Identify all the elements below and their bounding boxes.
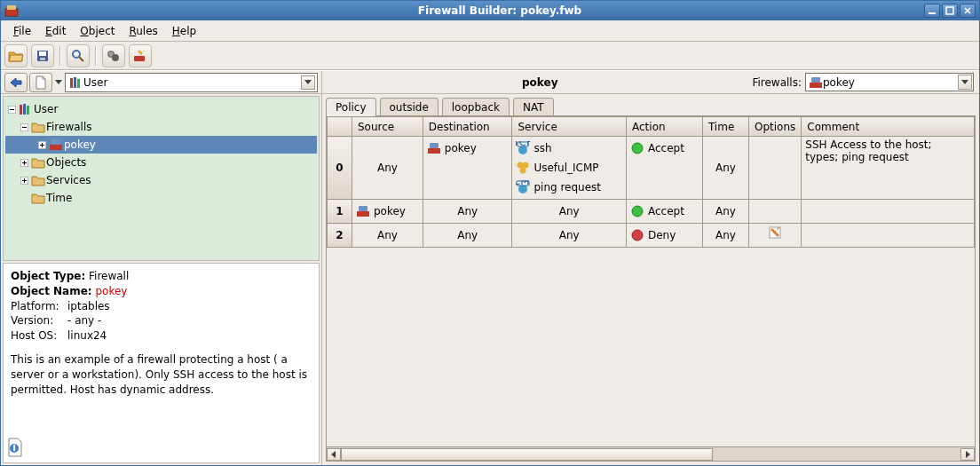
cell-time[interactable]: Any (702, 137, 748, 200)
maximize-button[interactable] (942, 4, 958, 18)
svg-point-56 (632, 230, 643, 241)
col-source[interactable]: Source (352, 117, 423, 137)
col-options[interactable]: Options (748, 117, 801, 137)
rule-row[interactable]: 2 Any Any Any Deny Any (328, 224, 975, 248)
rule-number[interactable]: 0 (328, 137, 352, 200)
cell-service[interactable]: Any (512, 224, 627, 248)
save-button[interactable] (31, 44, 54, 67)
cell-options[interactable] (748, 224, 801, 248)
firewall-icon (427, 141, 441, 155)
cell-time[interactable]: Any (702, 224, 748, 248)
object-details: Object Type: Firewall Object Name: pokey… (3, 263, 320, 463)
new-object-button[interactable] (29, 73, 52, 92)
install-button[interactable] (129, 44, 152, 67)
cell-action[interactable]: Deny (627, 224, 703, 248)
tree-firewalls[interactable]: Firewalls (5, 118, 317, 136)
cell-source[interactable]: pokey (352, 200, 423, 224)
tab-nat[interactable]: NAT (513, 98, 554, 116)
svg-point-55 (632, 206, 643, 217)
detail-description: This is an example of a firewall protect… (11, 352, 312, 397)
menu-object[interactable]: Object (73, 22, 122, 40)
rule-row[interactable]: 1 pokey Any Any Accept Any (328, 200, 975, 224)
scroll-right-button[interactable] (960, 448, 975, 461)
expander-icon[interactable] (5, 106, 18, 114)
tree-root[interactable]: User (5, 100, 317, 118)
close-button[interactable] (960, 4, 976, 18)
menubar: File Edit Object Rules Help (1, 20, 979, 42)
tree-label: pokey (64, 138, 96, 151)
menu-help[interactable]: Help (165, 22, 203, 40)
svg-rect-41 (428, 148, 440, 154)
cell-destination[interactable]: pokey (423, 137, 512, 200)
tree-label: Objects (46, 156, 86, 169)
tab-policy[interactable]: Policy (326, 98, 376, 116)
horizontal-scrollbar[interactable] (327, 446, 975, 461)
back-button[interactable] (4, 73, 28, 92)
cell-action[interactable]: Accept (627, 200, 703, 224)
col-time[interactable]: Time (702, 117, 748, 137)
scroll-thumb[interactable] (341, 448, 713, 461)
svg-rect-15 (134, 56, 145, 61)
tree-services[interactable]: Services (5, 171, 317, 189)
expander-icon[interactable] (36, 141, 48, 149)
cell-action[interactable]: Accept (627, 137, 703, 200)
cell-time[interactable]: Any (702, 200, 748, 224)
cell-comment[interactable] (802, 200, 975, 224)
minimize-button[interactable] (924, 4, 940, 18)
cell-destination[interactable]: Any (423, 224, 512, 248)
svg-point-46 (518, 162, 524, 169)
library-selector[interactable]: User (65, 73, 318, 92)
toolbar (1, 42, 979, 70)
window-title: Firewall Builder: pokey.fwb (418, 4, 581, 17)
tree-time[interactable]: Time (5, 189, 317, 207)
open-button[interactable] (4, 44, 28, 67)
cell-destination[interactable]: Any (423, 200, 512, 224)
expander-icon[interactable] (18, 177, 30, 185)
firewall-icon (356, 204, 370, 218)
cell-service[interactable]: TCPssh Useful_ICMP ICMPping request (512, 137, 627, 200)
cell-source[interactable]: Any (352, 137, 423, 200)
object-tree[interactable]: User Firewalls pokey Objects (3, 96, 320, 261)
col-comment[interactable]: Comment (802, 117, 975, 137)
cell-source[interactable]: Any (352, 224, 423, 248)
info-icon[interactable]: i (7, 438, 25, 459)
detail-objtype-label: Object Type: (11, 270, 85, 282)
rule-row[interactable]: 0 Any pokey TCPssh Useful_ICMP ICMPping … (328, 137, 975, 200)
menu-rules[interactable]: Rules (122, 22, 164, 40)
svg-line-11 (79, 57, 83, 61)
firewall-selector[interactable]: pokey (805, 73, 974, 91)
scroll-left-button[interactable] (327, 448, 341, 461)
expander-icon[interactable] (18, 159, 30, 167)
tcp-service-icon: TCP (516, 141, 530, 155)
tree-objects[interactable]: Objects (5, 154, 317, 171)
tab-outside[interactable]: outside (380, 98, 439, 116)
rules-table[interactable]: Source Destination Service Action Time O… (327, 116, 975, 248)
tree-pokey[interactable]: pokey (5, 136, 317, 154)
cell-service[interactable]: Any (512, 200, 627, 224)
library-icon (18, 103, 34, 115)
menu-file[interactable]: File (6, 22, 38, 40)
detail-platform-value: iptables (67, 300, 110, 312)
cell-options[interactable] (748, 137, 801, 200)
svg-point-10 (73, 51, 80, 58)
folder-icon (30, 122, 46, 133)
rule-number[interactable]: 2 (328, 224, 352, 248)
find-button[interactable] (67, 44, 90, 67)
menu-edit[interactable]: Edit (38, 22, 73, 40)
folder-icon (30, 175, 46, 186)
col-service[interactable]: Service (512, 117, 627, 137)
library-icon (69, 75, 83, 90)
expander-icon[interactable] (18, 123, 30, 131)
rule-number[interactable]: 1 (328, 200, 352, 224)
compile-button[interactable] (102, 44, 125, 67)
svg-point-13 (112, 54, 119, 61)
cell-comment[interactable]: SSH Access to the host;xtypes; ping requ… (802, 137, 975, 200)
detail-hostos-label: Host OS: (11, 328, 67, 344)
col-action[interactable]: Action (627, 117, 703, 137)
cell-options[interactable] (748, 200, 801, 224)
new-object-dropdown[interactable] (54, 80, 63, 85)
tab-loopback[interactable]: loopback (442, 98, 510, 116)
cell-comment[interactable] (802, 224, 975, 248)
col-destination[interactable]: Destination (423, 117, 512, 137)
tree-label: Firewalls (46, 121, 92, 133)
